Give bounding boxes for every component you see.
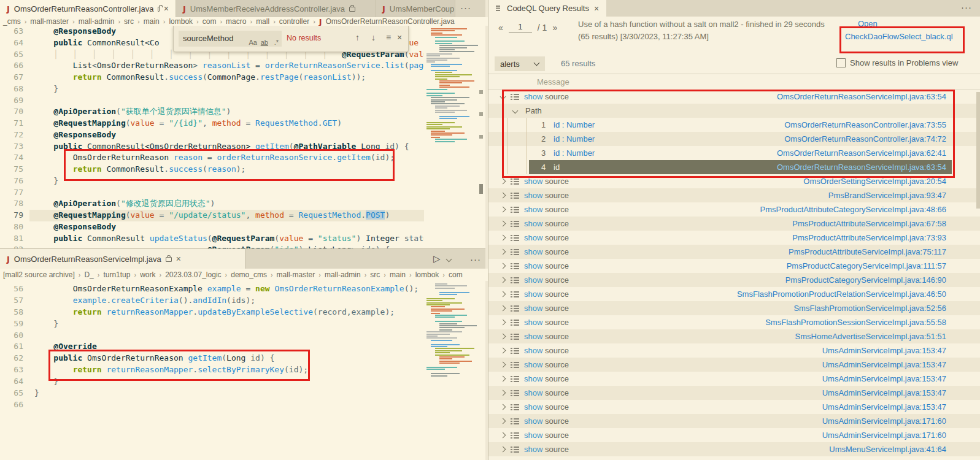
show-source-link[interactable]: show (524, 202, 542, 217)
chevron-right-icon[interactable] (500, 348, 506, 354)
result-row[interactable]: show sourceUmsAdminServiceImpl.java:171:… (488, 414, 980, 428)
pager-next-button[interactable]: » (552, 23, 557, 33)
chevron-right-icon[interactable] (500, 277, 506, 283)
result-row[interactable]: show sourceUmsAdminServiceImpl.java:171:… (488, 428, 980, 442)
run-button[interactable]: ▷ (433, 253, 441, 264)
show-source-link[interactable]: show (524, 301, 542, 315)
result-row[interactable]: Path (488, 104, 980, 118)
path-step-row[interactable]: 2id : NumberOmsOrderReturnReasonControll… (488, 132, 980, 146)
breadcrumb-item[interactable]: work (140, 270, 155, 279)
show-source-link[interactable]: show (524, 329, 542, 343)
run-dropdown-icon[interactable] (446, 256, 452, 263)
code-lines[interactable]: 63 @ResponseBody64 public CommonResult<C… (0, 26, 424, 248)
open-link[interactable]: Open (858, 19, 878, 28)
whole-word-toggle[interactable]: ab (261, 34, 268, 50)
tab-oms-order-return-reason-service-impl[interactable]: J OmsOrderReturnReasonServiceImpl.java × (0, 249, 245, 269)
breadcrumb-item[interactable]: lombok (169, 17, 193, 26)
show-source-link[interactable]: show (524, 231, 542, 245)
show-source-link[interactable]: show (524, 343, 542, 358)
result-location-link[interactable]: SmsFlashPromotionServiceImpl.java:52:56 (793, 301, 946, 315)
path-step-row[interactable]: 4idOmsOrderReturnReasonServiceImpl.java:… (488, 160, 980, 174)
result-row[interactable]: show sourcePmsProductAttributeServiceImp… (488, 217, 980, 231)
more-actions-icon[interactable]: ··· (460, 2, 471, 13)
message-column-header[interactable]: Message (537, 77, 569, 86)
breadcrumb-item[interactable]: src (370, 270, 380, 279)
result-row[interactable]: show sourcePmsProductAttributeCategorySe… (488, 202, 980, 217)
result-location-link[interactable]: OmsOrderReturnReasonController.java:73:5… (784, 118, 946, 132)
result-row[interactable]: show sourceSmsFlashPromotionServiceImpl.… (488, 301, 980, 315)
show-source-link[interactable]: show (524, 414, 542, 428)
result-row[interactable]: show sourceOmsOrderSettingServiceImpl.ja… (488, 174, 980, 188)
breadcrumb-item[interactable]: mall-master (30, 17, 69, 26)
chevron-right-icon[interactable] (500, 235, 506, 241)
code-lines[interactable]: 56 OmsOrderReturnReasonExample example =… (0, 283, 424, 460)
close-icon[interactable]: × (594, 4, 599, 13)
minimap[interactable] (425, 28, 478, 246)
show-source-link[interactable]: show (524, 442, 542, 456)
match-case-toggle[interactable]: Aa (249, 34, 257, 50)
minimap[interactable] (425, 283, 478, 455)
chevron-right-icon[interactable] (500, 390, 506, 396)
chevron-right-icon[interactable] (500, 362, 506, 368)
step-label[interactable]: id : Number (554, 132, 595, 146)
result-row[interactable]: show sourcePmsBrandServiceImpl.java:93:4… (488, 188, 980, 202)
breadcrumb-item[interactable]: macro (226, 17, 246, 26)
result-row[interactable]: show sourcePmsProductAttributeServiceImp… (488, 231, 980, 245)
chevron-right-icon[interactable] (500, 249, 506, 255)
find-previous-icon[interactable]: ↑ (355, 33, 360, 42)
step-label[interactable]: id : Number (554, 146, 595, 160)
result-location-link[interactable]: SmsFlashPromotionSessionServiceImpl.java… (765, 315, 946, 329)
breadcrumb-item[interactable]: main (144, 17, 160, 26)
result-location-link[interactable]: OmsOrderReturnReasonController.java:74:7… (784, 132, 946, 146)
result-location-link[interactable]: PmsProductCategoryServiceImpl.java:146:9… (785, 273, 946, 287)
result-location-link[interactable]: PmsBrandServiceImpl.java:93:47 (828, 188, 946, 202)
path-step-row[interactable]: 1id : NumberOmsOrderReturnReasonControll… (488, 118, 980, 132)
breadcrumb-item[interactable]: controller (279, 17, 309, 26)
tab-ums-member-coup[interactable]: J UmsMemberCoup (376, 0, 455, 17)
result-location-link[interactable]: UmsAdminServiceImpl.java:153:47 (822, 358, 946, 372)
result-row[interactable]: show sourceUmsAdminServiceImpl.java:153:… (488, 358, 980, 372)
result-location-link[interactable]: UmsAdminServiceImpl.java:171:60 (822, 428, 946, 442)
result-row[interactable]: show sourceSmsHomeAdvertiseServiceImpl.j… (488, 329, 980, 343)
result-location-link[interactable]: UmsAdminServiceImpl.java:171:60 (822, 414, 946, 428)
chevron-right-icon[interactable] (500, 178, 506, 185)
breadcrumb-item[interactable]: 2023.03.07_logic (165, 270, 221, 279)
close-icon[interactable]: × (176, 255, 181, 263)
chevron-right-icon[interactable] (500, 447, 506, 453)
chevron-right-icon[interactable] (500, 418, 506, 424)
result-row[interactable]: show sourceSmsFlashPromotionProductRelat… (488, 287, 980, 301)
breadcrumb-item[interactable]: com (449, 270, 463, 279)
breadcrumb-item[interactable]: turn1tup (103, 270, 130, 279)
show-source-link[interactable]: show (524, 358, 542, 372)
result-row[interactable]: show sourcePmsProductCategoryServiceImpl… (488, 259, 980, 273)
result-row[interactable]: show sourceUmsMenuServiceImpl.java:41:64 (488, 442, 980, 456)
show-source-link[interactable]: show (524, 400, 542, 414)
more-actions-icon[interactable]: ··· (470, 254, 481, 264)
breadcrumb-item[interactable]: lombok (415, 270, 439, 279)
page-input[interactable]: 1 (509, 22, 532, 33)
result-location-link[interactable]: UmsAdminServiceImpl.java:153:47 (822, 400, 946, 414)
result-location-link[interactable]: PmsProductAttributeServiceImpl.java:73:9… (792, 231, 946, 245)
show-source-link[interactable]: show (524, 372, 542, 386)
breadcrumb-item[interactable]: mall-master (277, 270, 315, 279)
show-source-link[interactable]: show (524, 259, 542, 273)
find-input[interactable]: sourceMethod Aa ab .* (179, 31, 282, 47)
result-location-link[interactable]: OmsOrderReturnReasonServiceImpl.java:63:… (777, 90, 946, 104)
tab-codeql-query-results[interactable]: CodeQL Query Results × (488, 0, 606, 17)
result-location-link[interactable]: PmsProductAttributeServiceImpl.java:67:5… (792, 217, 946, 231)
result-row[interactable]: show sourceUmsAdminServiceImpl.java:153:… (488, 386, 980, 400)
result-location-link[interactable]: OmsOrderSettingServiceImpl.java:20:54 (803, 174, 946, 188)
show-source-link[interactable]: show (524, 287, 542, 301)
show-source-link[interactable]: show (524, 386, 542, 400)
result-location-link[interactable]: OmsOrderReturnReasonServiceImpl.java:63:… (777, 160, 946, 174)
result-location-link[interactable]: UmsMenuServiceImpl.java:41:64 (829, 442, 946, 456)
result-row[interactable]: show sourcePmsProductAttributeServiceImp… (488, 245, 980, 259)
show-source-link[interactable]: show (524, 90, 542, 104)
result-location-link[interactable]: SmsHomeAdvertiseServiceImpl.java:51:51 (795, 329, 946, 343)
scrollbar-handle[interactable] (479, 184, 483, 194)
chevron-right-icon[interactable] (500, 305, 506, 312)
path-step-row[interactable]: 3id : NumberOmsOrderReturnReasonServiceI… (488, 146, 980, 160)
find-next-icon[interactable]: ↓ (371, 33, 376, 42)
query-file-link[interactable]: CheckDaoFlowSelect_black.ql (845, 32, 953, 41)
chevron-right-icon[interactable] (500, 291, 506, 297)
